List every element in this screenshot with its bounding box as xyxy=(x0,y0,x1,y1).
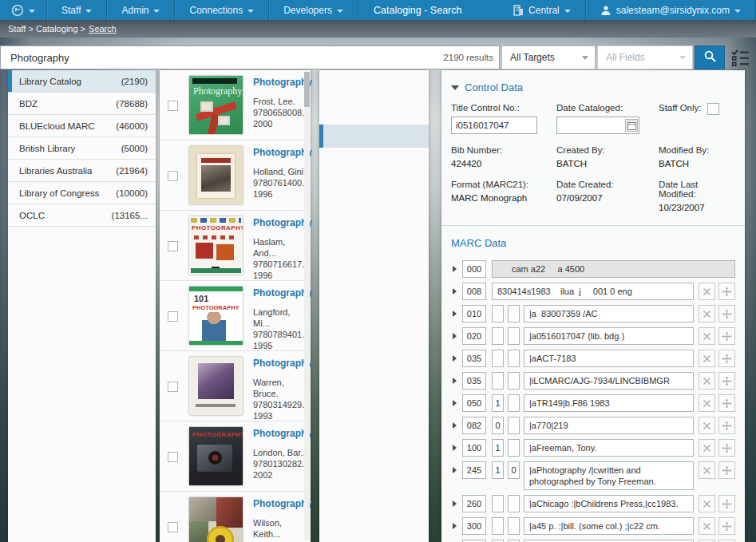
delete-field-button[interactable] xyxy=(699,517,715,535)
nav-menu-admin[interactable]: Admin xyxy=(107,0,175,20)
result-checkbox[interactable] xyxy=(168,101,178,111)
delete-field-button[interactable] xyxy=(699,417,715,434)
marc-indicator2-input[interactable] xyxy=(508,495,520,512)
marc-value-input[interactable]: |aACT-7183 xyxy=(524,350,694,367)
expand-field-icon[interactable] xyxy=(453,523,457,529)
marc-tag-input[interactable]: 245 xyxy=(462,461,486,479)
move-field-handle[interactable] xyxy=(718,327,735,345)
marc-indicator2-input[interactable] xyxy=(508,305,520,322)
record-menu-item-manage-holdings[interactable] xyxy=(319,101,429,125)
book-cover[interactable]: PHOTOGRAPHY xyxy=(189,427,243,485)
title-control-input[interactable] xyxy=(451,117,537,134)
marc-value-input[interactable]: |aFreeman, Tony. xyxy=(524,439,694,457)
marc-tag-input[interactable]: 260 xyxy=(462,495,486,512)
target-select[interactable]: All Targets xyxy=(501,45,596,69)
app-logo-menu[interactable] xyxy=(0,0,47,20)
delete-field-button[interactable] xyxy=(699,495,715,512)
breadcrumb-current[interactable]: Search xyxy=(89,24,117,34)
marc-tag-input[interactable]: 082 xyxy=(462,417,486,434)
expand-field-icon[interactable] xyxy=(453,467,457,473)
marc-indicator2-input[interactable] xyxy=(508,394,520,412)
marc-value-input[interactable]: 830414s1983 ilua j 001 0 eng xyxy=(492,283,694,300)
search-target-item-library-catalog[interactable]: Library Catalog (2190) xyxy=(8,70,156,93)
book-cover[interactable] xyxy=(189,357,243,415)
search-settings-button[interactable] xyxy=(730,47,750,68)
nav-menu-developers[interactable]: Developers xyxy=(269,0,358,20)
marc-value-input[interactable]: |a45 p. :|bill. (some col.) ;|c22 cm. xyxy=(524,517,694,535)
expand-field-icon[interactable] xyxy=(453,422,457,429)
result-checkbox[interactable] xyxy=(168,311,178,322)
marc-value-input[interactable]: |aPhotography /|cwritten and photographe… xyxy=(524,461,694,490)
move-field-handle[interactable] xyxy=(718,305,735,322)
expand-field-icon[interactable] xyxy=(453,355,457,362)
marc-indicator1-input[interactable] xyxy=(492,350,504,367)
marc-value-input[interactable]: |a770|219 xyxy=(524,417,694,434)
marc-indicator1-input[interactable] xyxy=(492,517,504,535)
move-field-handle[interactable] xyxy=(718,417,735,434)
move-field-handle[interactable] xyxy=(718,394,735,412)
delete-field-button[interactable] xyxy=(699,305,715,322)
move-field-handle[interactable] xyxy=(718,517,735,535)
result-checkbox[interactable] xyxy=(168,522,178,532)
staff-only-checkbox[interactable] xyxy=(707,103,719,115)
search-target-item-british-library[interactable]: British Library (5000) xyxy=(8,137,156,160)
result-checkbox[interactable] xyxy=(168,452,178,462)
expand-field-icon[interactable] xyxy=(453,378,457,384)
expand-field-icon[interactable] xyxy=(453,311,457,317)
search-input[interactable] xyxy=(0,45,500,69)
result-title-link[interactable]: Photography xyxy=(253,287,309,299)
delete-field-button[interactable] xyxy=(699,327,715,345)
marc-indicator1-input[interactable]: 0 xyxy=(492,417,504,434)
expand-field-icon[interactable] xyxy=(453,445,457,451)
marc-tag-input[interactable]: 020 xyxy=(462,327,486,345)
marc-value-input[interactable]: |a0516017047 (lib. bdg.) xyxy=(524,327,694,345)
server-selector[interactable]: Central xyxy=(499,0,586,20)
book-cover[interactable]: PHOTOGRAPHY xyxy=(189,216,243,275)
result-checkbox[interactable] xyxy=(168,171,178,181)
marc-value-input[interactable]: |a 83007359 /AC xyxy=(524,305,694,322)
marc-indicator2-input[interactable] xyxy=(508,350,520,367)
marc-value-input[interactable]: |aChicago :|bChildrens Press,|cc1983. xyxy=(524,495,694,512)
delete-field-button[interactable] xyxy=(699,461,715,479)
move-field-handle[interactable] xyxy=(718,461,735,479)
marc-tag-input[interactable]: 010 xyxy=(462,305,486,322)
result-title-link[interactable]: Photography xyxy=(253,147,309,158)
search-target-item-bluecloud-marc[interactable]: BLUEcloud MARC (46000) xyxy=(8,115,156,137)
nav-menu-staff[interactable]: Staff xyxy=(47,0,107,20)
result-title-link[interactable]: Photography xyxy=(253,358,309,369)
book-cover[interactable] xyxy=(189,146,243,204)
nav-menu-connections[interactable]: Connections xyxy=(175,0,269,20)
user-menu[interactable]: salesteam@sirsidynix.com xyxy=(586,0,756,20)
delete-field-button[interactable] xyxy=(699,372,715,390)
marc-indicator2-input[interactable] xyxy=(508,439,520,457)
search-target-item-oclc[interactable]: OCLC (13165... xyxy=(8,204,156,227)
marc-indicator2-input[interactable] xyxy=(508,517,520,535)
marc-tag-input[interactable]: 050 xyxy=(462,394,486,412)
result-checkbox[interactable] xyxy=(168,241,178,251)
marc-tag-input[interactable]: 100 xyxy=(462,439,486,457)
marc-tag-input[interactable]: 008 xyxy=(462,283,486,300)
expand-field-icon[interactable] xyxy=(453,400,457,406)
delete-field-button[interactable] xyxy=(699,350,715,367)
marc-indicator2-input[interactable] xyxy=(508,372,520,390)
breadcrumb-parents[interactable]: Staff > Cataloging > xyxy=(8,24,85,34)
move-field-handle[interactable] xyxy=(718,495,735,512)
expand-field-icon[interactable] xyxy=(453,288,457,295)
marc-indicator1-input[interactable]: 1 xyxy=(492,461,504,479)
move-field-handle[interactable] xyxy=(718,350,735,367)
marc-tag-input[interactable]: 300 xyxy=(462,517,486,535)
record-menu-item-edit-record[interactable] xyxy=(319,125,429,148)
marc-indicator2-input[interactable] xyxy=(508,327,520,345)
results-scrollbar[interactable] xyxy=(304,72,310,540)
marc-indicator1-input[interactable] xyxy=(492,327,504,345)
result-title-link[interactable]: Photography xyxy=(253,428,309,439)
marc-indicator2-input[interactable] xyxy=(508,417,520,434)
marc-value-input[interactable]: |iLCMARC/AJG-7934/LINCBIBMGR xyxy=(524,372,694,390)
move-field-handle[interactable] xyxy=(718,283,735,300)
marc-indicator1-input[interactable]: 1 xyxy=(492,394,504,412)
search-target-item-libraries-australia[interactable]: Libraries Australia (21964) xyxy=(8,160,156,182)
book-cover[interactable] xyxy=(189,497,243,542)
marc-tag-input[interactable]: 035 xyxy=(462,350,486,367)
move-field-handle[interactable] xyxy=(718,372,735,390)
marc-tag-input[interactable]: 035 xyxy=(462,372,486,390)
